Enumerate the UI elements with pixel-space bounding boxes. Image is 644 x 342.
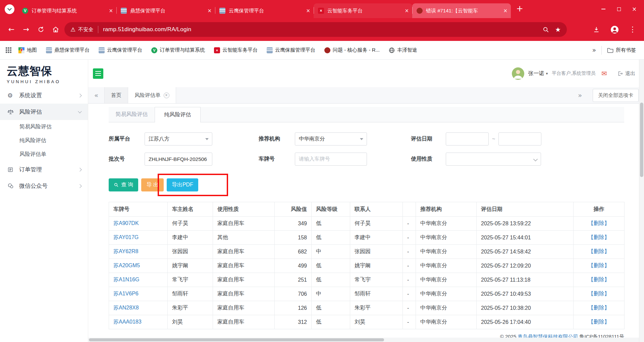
scroll-tabs-left-button[interactable]: « — [88, 87, 104, 103]
user-name[interactable]: 张一诺 — [528, 70, 544, 77]
browser-tab-1[interactable]: V 订单管理与结算系统 × — [18, 3, 116, 18]
logout-button[interactable]: 退出 — [617, 70, 635, 77]
tab-risk-form-current[interactable]: 风险评估单 × — [128, 87, 176, 103]
delete-link[interactable]: 【删除】 — [574, 259, 625, 273]
plate-input[interactable]: 请输入车牌号 — [295, 153, 367, 166]
date-to-input[interactable] — [498, 132, 541, 146]
bookmark-order-system[interactable]: V 订单管理与结算系统 — [151, 47, 205, 53]
plate-link[interactable]: 苏A20GM5 — [109, 259, 168, 273]
plate-placeholder: 请输入车牌号 — [299, 156, 330, 163]
back-button[interactable]: ← — [4, 22, 19, 37]
plate-link[interactable]: 苏A1N16G — [109, 273, 168, 287]
dash-cell: - — [403, 287, 416, 301]
dash-cell: - — [403, 231, 416, 245]
delete-link[interactable]: 【删除】 — [574, 217, 625, 231]
all-bookmarks-button[interactable]: 所有书签 — [607, 47, 636, 53]
dinghui-favicon — [121, 8, 127, 14]
bookmark-redmine-issues[interactable]: 问题 - 核心服务 - R... — [324, 47, 380, 53]
profile-button[interactable] — [607, 22, 622, 37]
tab-close-circle-icon[interactable]: × — [164, 93, 169, 98]
map-icon — [18, 47, 24, 53]
delete-link[interactable]: 【删除】 — [574, 287, 625, 301]
agency-cell: 中华南京分 — [416, 231, 477, 245]
plate-link[interactable]: 苏AAA0183 — [109, 315, 168, 329]
caret-down-icon — [205, 138, 209, 140]
plate-link[interactable]: 苏AY62R8 — [109, 245, 168, 259]
bookmarks-overflow-chevron[interactable]: » — [592, 47, 596, 53]
tab-simple-risk[interactable]: 简易风险评估 — [109, 107, 155, 122]
table-row: 苏AY62R8 张园园 家庭自用车 682 中 张园园 - 中华南京分 2025… — [109, 245, 625, 259]
avatar[interactable] — [512, 67, 524, 80]
sidebar-item-order-management[interactable]: 订单管理 — [0, 161, 88, 178]
tab-close-icon[interactable]: × — [207, 8, 212, 13]
vertical-scrollbar-thumb[interactable] — [640, 103, 643, 177]
kebab-menu-button[interactable]: ⋮ — [625, 22, 640, 37]
delete-link[interactable]: 【删除】 — [574, 245, 625, 259]
agency-select[interactable]: 中华南京分 — [295, 132, 367, 146]
bookmark-dinghui[interactable]: 鼎慧保管理平台 — [46, 47, 90, 53]
downloads-button[interactable] — [589, 22, 604, 37]
tab-home[interactable]: 首页 — [104, 87, 128, 103]
sidebar-item-risk-assessment[interactable]: 风险评估 — [0, 104, 88, 120]
browser-tab-4-active[interactable]: × 云智能车务平台 × — [314, 3, 412, 18]
plate-link[interactable]: 苏A907DK — [109, 217, 168, 231]
plate-link[interactable]: 苏A1V6P6 — [109, 287, 168, 301]
owner-cell: 何子昊 — [168, 217, 213, 231]
horizontal-scrollbar[interactable] — [88, 338, 639, 342]
tab-close-icon[interactable]: × — [306, 8, 310, 13]
horizontal-scrollbar-thumb[interactable] — [89, 338, 384, 341]
maximize-button[interactable] — [611, 0, 627, 18]
browser-tab-3[interactable]: 云鹰保管理平台 × — [215, 3, 314, 18]
apps-grid-button[interactable] — [5, 47, 12, 53]
address-bar[interactable]: ⚠ 不安全 ramp.51dinghuibao.com/RA/Login ★ — [64, 22, 567, 37]
export-button[interactable]: 导 出 — [141, 178, 163, 191]
zoom-icon[interactable] — [543, 26, 549, 33]
browser-tab-5[interactable]: 错误 #7141:【云智能车 × — [412, 3, 511, 18]
sidebar-item-wechat[interactable]: 微信公众号 — [0, 178, 88, 194]
bookmark-yunying[interactable]: 云鹰保管理平台 — [99, 47, 142, 53]
delete-link[interactable]: 【删除】 — [574, 301, 625, 315]
forward-button[interactable]: → — [19, 22, 34, 37]
sidebar-subitem-risk-form[interactable]: 风险评估单 — [0, 148, 88, 161]
bookmark-maps[interactable]: 地图 — [18, 47, 37, 53]
tab-search-button[interactable] — [5, 4, 14, 14]
plate-link[interactable]: 苏AY017G — [109, 231, 168, 245]
tab-close-icon[interactable]: × — [109, 8, 113, 13]
sidebar-subitem-pure-risk[interactable]: 纯风险评估 — [0, 134, 88, 148]
close-all-tabs-button[interactable]: 关闭全部选项卡 — [593, 89, 639, 102]
delete-link[interactable]: 【删除】 — [574, 273, 625, 287]
bookmark-star-icon[interactable]: ★ — [555, 26, 561, 33]
risk-value-cell: 158 — [275, 231, 312, 245]
platform-select[interactable]: 江苏八方 — [145, 132, 212, 146]
close-window-button[interactable]: × — [627, 0, 642, 18]
tab-close-icon[interactable]: × — [405, 8, 409, 13]
owner-cell: 常飞宇 — [168, 273, 213, 287]
bookmark-fengze[interactable]: 丰泽智途 — [389, 47, 417, 53]
delete-link[interactable]: 【删除】 — [574, 315, 625, 329]
new-tab-button[interactable]: + — [516, 4, 523, 13]
delete-link[interactable]: 【删除】 — [574, 231, 625, 245]
table-row: 苏A1N16G 常飞宇 家庭自用车 251 低 常飞宇 - 中华南京分 2025… — [109, 273, 625, 287]
plate-link[interactable]: 苏AN28X8 — [109, 301, 168, 315]
tab-close-icon[interactable]: × — [503, 8, 507, 13]
query-button[interactable]: 查 询 — [109, 178, 138, 191]
sidebar-item-system-settings[interactable]: ⚙ 系统设置 — [0, 87, 88, 104]
batch-input[interactable]: ZHLHNJF-BFQH-202506 — [145, 153, 212, 166]
browser-tab-2[interactable]: 鼎慧保管理平台 × — [116, 3, 215, 18]
apps-grid-icon — [5, 47, 12, 53]
minimize-button[interactable] — [596, 0, 611, 18]
sidebar-subitem-simple-risk[interactable]: 简易风险评估 — [0, 120, 88, 134]
refresh-button[interactable] — [34, 22, 48, 37]
bookmark-yunyingbaofu[interactable]: 云鹰保服管理平台 — [267, 47, 315, 53]
vertical-scrollbar[interactable] — [639, 60, 644, 342]
tab-pure-risk-active[interactable]: 纯风险评估 — [155, 107, 201, 122]
bookmark-yunzhineng[interactable]: × 云智能车务平台 — [214, 47, 258, 53]
export-pdf-button[interactable]: 导出PDF — [167, 178, 198, 191]
envelope-icon[interactable]: ✉ — [601, 70, 607, 77]
home-button[interactable] — [48, 22, 63, 37]
scroll-tabs-right-button[interactable]: » — [572, 92, 588, 99]
hamburger-menu-button[interactable] — [93, 68, 103, 79]
usage-select[interactable] — [446, 153, 541, 166]
date-from-input[interactable] — [446, 132, 489, 146]
search-icon — [114, 182, 119, 187]
